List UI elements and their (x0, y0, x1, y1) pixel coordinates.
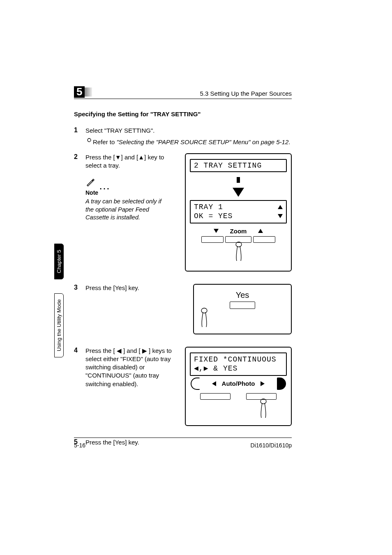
sidebar-tab-mode: Using the Utility Mode (54, 293, 64, 357)
page-content: 5 5.3 Setting Up the Paper Sources Speci… (74, 86, 292, 449)
bullet-icon (85, 138, 93, 146)
finger-press-icon (258, 398, 269, 419)
zoom-label: Zoom (230, 228, 247, 235)
step-3-number: 3 (74, 284, 85, 292)
page-title: Specifying the Setting for "TRAY SETTING… (74, 111, 292, 117)
lcd-tray-label: TRAY 1 (194, 203, 223, 212)
arrow-stem (237, 177, 240, 183)
step-1-sub: Refer to "Selecting the "PAPER SOURCE SE… (93, 138, 290, 146)
right-triangle-icon (261, 381, 265, 386)
note-body: A tray can be selected only if the optio… (85, 198, 164, 222)
lcd-panel-fixed-continuous: FIXED *CONTINUOUS ◀,▶ & YES Auto/Photo (185, 347, 292, 426)
zoom-up-icon (258, 229, 263, 233)
step-1-sub-ref: "Selecting the "PAPER SOURCE SETUP" Menu… (117, 138, 289, 145)
pill-right-icon (277, 378, 286, 390)
sidebar-tab-chapter: Chapter 5 (54, 244, 64, 279)
step-4-text: Press the [ ◀ ] and [ ▶ ] keys to select… (85, 347, 177, 388)
step-1-text: Select "TRAY SETTING". (85, 127, 154, 134)
step-1-sub-prefix: Refer to (93, 138, 117, 145)
step-1: 1 Select "TRAY SETTING". Refer to "Selec… (74, 127, 292, 147)
step-3-text: Press the [Yes] key. (85, 284, 185, 292)
step-1-body: Select "TRAY SETTING". Refer to "Selecti… (85, 127, 292, 147)
section-reference: 5.3 Setting Up the Paper Sources (200, 90, 292, 97)
pencil-icon (85, 177, 96, 188)
badge-tail-decoration (85, 88, 92, 97)
key-slot (200, 393, 231, 400)
auto-photo-row: Auto/Photo (190, 378, 287, 390)
step-2-number: 2 (74, 153, 85, 170)
step-2: 2 Press the [▼] and [▲] key to select a … (74, 153, 177, 170)
arrow-down-icon (233, 188, 244, 197)
lcd-line-tray: TRAY 1 OK = YES (190, 200, 287, 223)
yes-key-panel: Yes (193, 284, 292, 334)
key-slot (246, 393, 277, 400)
lcd-fc-line2: ◀,▶ & YES (194, 364, 283, 373)
step-3: 3 Press the [Yes] key. (74, 284, 185, 292)
down-triangle-icon (278, 214, 283, 218)
finger-press-icon (233, 241, 244, 262)
lcd-fixed-continuous: FIXED *CONTINUOUS ◀,▶ & YES (190, 352, 287, 376)
svg-point-0 (88, 138, 91, 142)
left-triangle-icon (212, 381, 216, 386)
note-dots-icon: … (99, 183, 111, 188)
auto-photo-slots (190, 393, 287, 400)
step-4-number: 4 (74, 347, 85, 388)
yes-key-label: Yes (199, 290, 286, 300)
step-2-text: Press the [▼] and [▲] key to select a tr… (85, 153, 177, 170)
footer-page-number: 5-16 (74, 442, 85, 449)
key-slot (201, 236, 224, 243)
pill-left-icon (191, 378, 200, 390)
svg-point-2 (201, 308, 207, 313)
finger-press-icon (199, 307, 210, 328)
chapter-number: 5 (74, 86, 85, 98)
key-slot (253, 236, 275, 243)
zoom-down-icon (214, 229, 219, 233)
lcd-fc-line1: FIXED *CONTINUOUS (194, 355, 283, 364)
footer-model: Di1610/Di1610p (251, 442, 292, 449)
chapter-badge: 5 (74, 86, 92, 98)
lcd-ok-label: OK = YES (194, 212, 233, 221)
step-1-number: 1 (74, 127, 85, 147)
zoom-row: Zoom (190, 228, 287, 235)
note-icon-row: … (85, 177, 177, 188)
up-triangle-icon (278, 205, 283, 209)
lcd-line-menu: 2 TRAY SETTING (190, 159, 287, 172)
header-row: 5 5.3 Setting Up the Paper Sources (74, 86, 292, 99)
page-footer: 5-16 Di1610/Di1610p (74, 438, 292, 449)
svg-point-1 (236, 242, 242, 247)
auto-photo-label: Auto/Photo (222, 380, 255, 387)
step-2-left: 2 Press the [▼] and [▲] key to select a … (74, 153, 177, 222)
step-1-sub-end: . (288, 138, 290, 145)
yes-key-slot (230, 302, 255, 309)
step-4: 4 Press the [ ◀ ] and [ ▶ ] keys to sele… (74, 347, 177, 388)
lcd-panel-tray-setting: 2 TRAY SETTING TRAY 1 OK = YES Zoom (185, 153, 292, 272)
